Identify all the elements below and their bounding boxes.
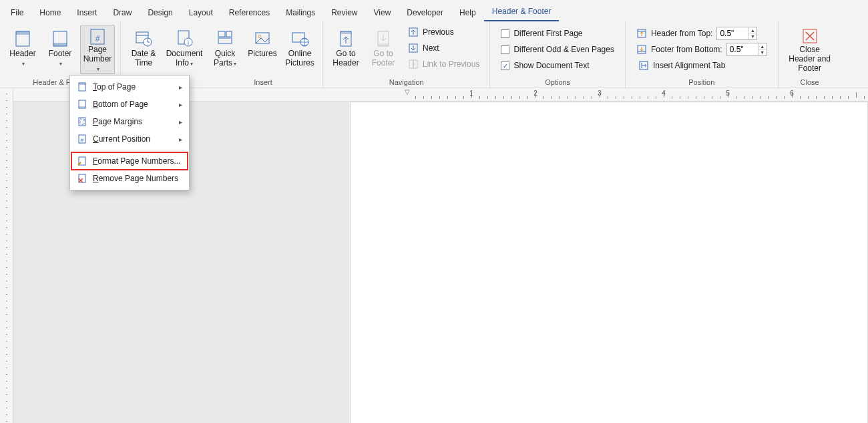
chevron-right-icon: ▸: [179, 101, 182, 108]
vertical-ruler: [0, 88, 13, 423]
link-previous-label: Link to Previous: [423, 59, 479, 69]
menu-remove-page-numbers[interactable]: Remove Page Numbers: [71, 170, 188, 187]
previous-button[interactable]: Previous: [403, 25, 484, 39]
spin-up-icon[interactable]: ▲: [758, 43, 767, 49]
document-info-icon: i: [175, 27, 194, 49]
svg-rect-15: [226, 31, 232, 37]
svg-rect-40: [79, 83, 85, 85]
top-of-page-icon: [77, 82, 87, 92]
bottom-of-page-icon: [77, 99, 87, 110]
goto-header-button[interactable]: Go to Header: [329, 25, 363, 74]
tab-insert[interactable]: Insert: [69, 4, 105, 21]
current-position-icon: #: [77, 134, 87, 144]
menu-top-label: Top of Page: [93, 82, 136, 92]
tab-developer[interactable]: Developer: [399, 4, 451, 21]
menu-top-of-page[interactable]: Top of Page ▸: [71, 78, 188, 96]
tab-layout[interactable]: Layout: [181, 4, 221, 21]
doc-info-label: Document Info: [166, 49, 203, 67]
group-close: Close Header and Footer Close: [779, 21, 841, 88]
menu-format-page-numbers[interactable]: Format Page Numbers...: [71, 152, 188, 170]
spin-down-icon[interactable]: ▼: [748, 33, 756, 39]
goto-header-label: Go to Header: [331, 49, 361, 68]
page-number-menu: Top of Page ▸ Bottom of Page ▸ Page Marg…: [69, 75, 190, 190]
group-navigation: Go to Header Go to Footer Previous Next: [323, 21, 490, 88]
pictures-icon: [253, 27, 272, 49]
pictures-button[interactable]: Pictures: [245, 25, 280, 74]
tab-draw[interactable]: Draw: [105, 4, 140, 21]
quick-parts-button[interactable]: Quick Parts▾: [208, 25, 242, 74]
svg-rect-44: [80, 119, 84, 124]
header-icon: [13, 27, 32, 49]
menu-current-position[interactable]: # Current Position ▸: [71, 130, 188, 148]
remove-page-numbers-icon: [77, 173, 87, 184]
pictures-label: Pictures: [248, 49, 276, 59]
goto-footer-icon: [374, 27, 393, 49]
tab-file[interactable]: File: [3, 4, 31, 21]
goto-footer-label: Go to Footer: [368, 49, 399, 68]
show-document-text-checkbox[interactable]: ✓ Show Document Text: [498, 58, 617, 73]
header-from-top-field[interactable]: [717, 29, 748, 38]
header-from-top-input[interactable]: ▲▼: [716, 27, 757, 40]
alignment-tab-icon: [638, 60, 649, 71]
chevron-down-icon: ▾: [59, 61, 62, 67]
tab-design[interactable]: Design: [140, 4, 180, 21]
footer-button[interactable]: Footer▾: [43, 25, 77, 74]
footer-from-bottom-icon: [636, 44, 647, 55]
link-previous-button: Link to Previous: [403, 57, 484, 72]
close-x-icon: [801, 27, 819, 45]
next-button[interactable]: Next: [403, 41, 484, 55]
insert-alignment-tab-button[interactable]: Insert Alignment Tab: [634, 58, 770, 73]
menu-page-margins[interactable]: Page Margins ▸: [71, 113, 188, 130]
tab-view[interactable]: View: [366, 4, 399, 21]
online-pictures-button[interactable]: Online Pictures: [282, 25, 317, 74]
spin-up-icon[interactable]: ▲: [748, 27, 756, 33]
svg-rect-22: [341, 31, 351, 34]
goto-header-icon: [337, 27, 355, 49]
previous-label: Previous: [423, 27, 454, 37]
tab-help[interactable]: Help: [451, 4, 484, 21]
svg-rect-14: [218, 31, 225, 37]
tab-header-footer[interactable]: Header & Footer: [484, 3, 560, 21]
show-doc-label: Show Document Text: [513, 61, 589, 70]
calendar-clock-icon: [134, 27, 153, 49]
menu-format-label: Format Page Numbers...: [93, 156, 180, 166]
online-pictures-label: Online Pictures: [284, 49, 315, 68]
close-header-footer-button[interactable]: Close Header and Footer: [784, 25, 836, 74]
different-first-page-checkbox[interactable]: Different First Page: [498, 26, 617, 41]
online-pictures-icon: [290, 27, 309, 49]
tab-mailings[interactable]: Mailings: [278, 4, 323, 21]
app-tabs: FileHomeInsertDrawDesignLayoutReferences…: [0, 0, 868, 21]
date-time-label: Date & Time: [128, 49, 159, 68]
different-odd-even-checkbox[interactable]: Different Odd & Even Pages: [498, 42, 617, 57]
page-number-icon: #: [88, 27, 107, 45]
menu-current-label: Current Position: [93, 134, 150, 144]
diff-odd-even-label: Different Odd & Even Pages: [513, 45, 614, 54]
document-info-button[interactable]: i Document Info▾: [164, 25, 205, 74]
tab-home[interactable]: Home: [31, 4, 69, 21]
footer-from-bottom-input[interactable]: ▲▼: [726, 43, 767, 56]
svg-text:#: #: [95, 34, 100, 43]
page-margins-icon: [77, 116, 87, 127]
menu-bottom-of-page[interactable]: Bottom of Page ▸: [71, 96, 188, 113]
chevron-down-icon: ▾: [22, 61, 25, 67]
footer-from-bottom-field[interactable]: [727, 45, 758, 54]
group-label-insert: Insert: [254, 76, 272, 88]
previous-icon: [408, 27, 419, 37]
spin-down-icon[interactable]: ▼: [758, 49, 767, 55]
menu-margins-label: Page Margins: [93, 117, 142, 126]
menu-bottom-label: Bottom of Page: [93, 100, 148, 109]
date-time-button[interactable]: Date & Time: [126, 25, 161, 74]
alignment-tab-label: Insert Alignment Tab: [653, 61, 726, 70]
chevron-down-icon: ▾: [190, 61, 193, 67]
page-number-button[interactable]: # PageNumber▾: [80, 25, 115, 74]
svg-rect-1: [16, 31, 29, 35]
header-button[interactable]: Header▾: [5, 25, 40, 74]
tab-references[interactable]: References: [221, 4, 278, 21]
svg-rect-3: [53, 43, 67, 46]
group-position: Header from Top: ▲▼ Footer from Bottom: …: [626, 21, 779, 88]
checkbox-icon: [501, 29, 509, 38]
tab-review[interactable]: Review: [323, 4, 365, 21]
footer-label: Footer: [49, 49, 72, 58]
document-page[interactable]: [350, 102, 868, 423]
quick-parts-label: Quick Parts: [214, 49, 235, 67]
